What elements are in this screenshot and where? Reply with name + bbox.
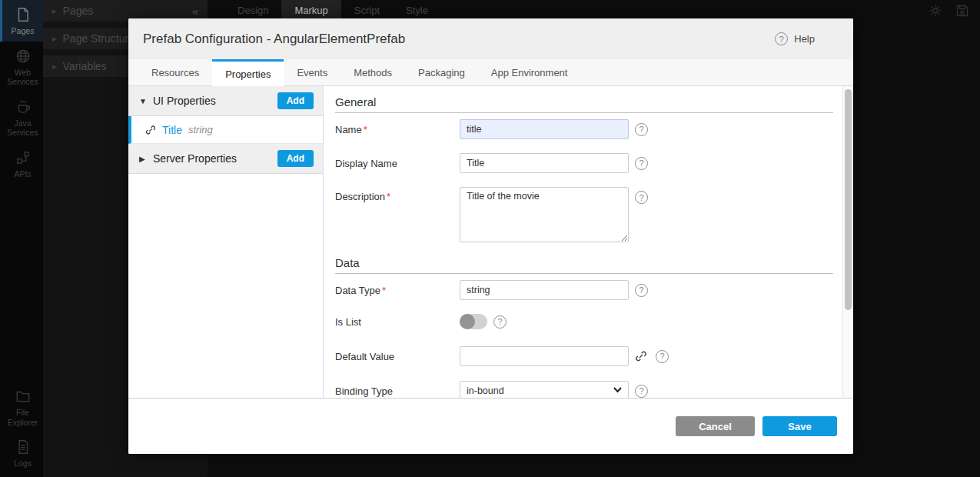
property-type: string [188,124,213,135]
tab-app-environment[interactable]: App Environment [478,59,581,85]
binding-type-select[interactable]: in-bound [460,381,629,398]
bind-variable-icon[interactable] [635,350,647,362]
field-help-icon[interactable]: ? [635,123,648,136]
default-value-input[interactable] [460,346,629,366]
cancel-button[interactable]: Cancel [676,416,755,436]
tab-properties[interactable]: Properties [212,59,284,86]
is-list-toggle[interactable] [460,314,487,329]
collapse-panel-icon[interactable]: « [192,5,198,18]
sidebar-item-label: Pages [12,26,35,36]
display-name-input[interactable] [460,153,629,173]
field-row-name: Name* ? [335,119,842,139]
tab-style[interactable]: Style [393,0,441,21]
field-help-icon[interactable]: ? [635,385,648,398]
scrollbar-thumb[interactable] [845,89,852,310]
sidebar-item-logs[interactable]: Logs [0,432,43,474]
caret-down-icon[interactable]: ▼ [139,97,153,105]
field-row-data-type: Data Type* ? [335,280,842,300]
help-label: Help [794,33,815,45]
field-row-binding-type: Binding Type in-bound ? [335,381,842,398]
tab-script[interactable]: Script [341,0,393,21]
expand-arrow-icon[interactable]: ▸ [52,6,57,16]
required-marker: * [387,191,390,202]
property-form-area: General Name* ? Display Name ? Descripti… [324,86,853,398]
field-label: Name* [335,124,460,135]
add-ui-property-button[interactable]: Add [277,92,314,109]
add-server-property-button[interactable]: Add [277,150,314,167]
field-label: Display Name [335,158,460,169]
apis-icon [15,149,32,166]
sidebar-item-apis[interactable]: APIs [0,143,43,185]
tab-design[interactable]: Design [224,0,281,21]
properties-tree: ▼ UI Properties Add Title string ▶ Serve… [128,86,324,398]
save-file-icon[interactable] [955,3,970,18]
data-type-input[interactable] [460,280,629,300]
group-server-properties[interactable]: ▶ Server Properties Add [128,144,323,174]
sidebar-item-label: APIs [14,169,31,179]
tab-packaging[interactable]: Packaging [405,59,478,85]
prefab-configuration-dialog: Prefab Configuration - AngularElementPre… [128,18,853,454]
settings-gear-icon[interactable] [928,3,943,18]
field-help-icon[interactable]: ? [635,191,648,204]
help-question-icon: ? [775,32,788,45]
toggle-knob [460,314,475,329]
group-label: Server Properties [153,152,277,165]
dialog-header: Prefab Configuration - AngularElementPre… [128,18,853,59]
property-name: Title [162,124,182,136]
expand-arrow-icon[interactable]: ▸ [52,34,57,44]
property-item-title[interactable]: Title string [128,116,323,144]
field-label: Description* [335,187,460,202]
sidebar-item-file-explorer[interactable]: File Explorer [0,382,43,432]
required-marker: * [382,285,386,296]
sidebar-item-label: File Explorer [4,408,42,427]
field-help-icon[interactable]: ? [656,350,669,363]
dialog-footer: Cancel Save [128,399,853,454]
java-services-icon [15,98,32,115]
group-ui-properties[interactable]: ▼ UI Properties Add [128,86,323,116]
tab-resources[interactable]: Resources [138,59,212,85]
expand-arrow-icon[interactable]: ▸ [52,62,57,72]
field-help-icon[interactable]: ? [493,315,507,329]
caret-right-icon[interactable]: ▶ [139,155,153,163]
section-title-general: General [335,95,833,113]
bind-link-icon [145,125,156,135]
help-button[interactable]: ? Help [775,32,815,45]
field-label: Binding Type [335,385,460,397]
sidebar-item-pages[interactable]: Pages [0,0,43,42]
section-title-data: Data [335,256,833,274]
required-marker: * [364,124,367,135]
description-textarea[interactable]: Title of the movie [460,187,629,242]
field-label: Default Value [335,351,460,362]
name-input[interactable] [460,119,629,139]
sidebar-item-java-services[interactable]: Java Services [0,92,43,143]
field-label: Is List [335,316,460,328]
tab-events[interactable]: Events [284,59,341,85]
field-help-icon[interactable]: ? [635,157,648,170]
field-row-display-name: Display Name ? [335,153,842,173]
editor-topbar: Design Markup Script Style [208,0,980,21]
field-row-is-list: Is List ? [335,314,842,329]
group-label: UI Properties [153,95,277,107]
web-services-icon [15,48,32,65]
logs-icon [15,439,32,455]
panel-item-label: Pages [63,5,192,17]
scrollbar-track[interactable] [842,86,853,398]
sidebar-item-label: Logs [14,459,32,469]
activity-sidebar: Pages Web Services Java Services APIs Fi… [0,0,43,477]
tab-markup[interactable]: Markup [281,0,341,21]
sidebar-item-label: Java Services [4,118,42,138]
dialog-tab-bar: Resources Properties Events Methods Pack… [128,59,853,86]
field-help-icon[interactable]: ? [635,284,648,297]
sidebar-spacer [0,185,43,382]
pages-icon [15,6,32,23]
dialog-title: Prefab Configuration - AngularElementPre… [143,32,405,47]
field-row-description: Description* Title of the movie ? [335,187,842,242]
sidebar-item-label: Web Services [4,68,42,87]
sidebar-item-web-services[interactable]: Web Services [0,42,43,92]
tab-methods[interactable]: Methods [341,59,405,85]
field-row-default-value: Default Value ? [335,346,842,366]
save-button[interactable]: Save [762,416,837,436]
file-explorer-icon [15,388,32,405]
field-label: Data Type* [335,285,460,296]
